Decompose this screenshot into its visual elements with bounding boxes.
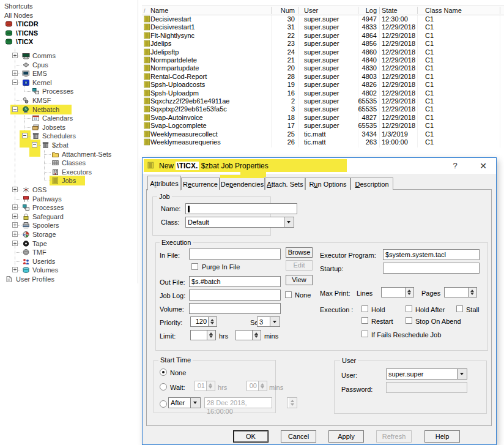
tab-attach-sets[interactable]: Attach. Sets (265, 178, 305, 190)
table-row[interactable]: Svap-Autoinvoice18super.super482712/29/2… (142, 114, 504, 122)
expand-toggle[interactable] (12, 267, 18, 272)
tree-item-zbat[interactable]: $zbat (52, 141, 69, 149)
table-row[interactable]: Sqxchzz2f29eb61e4911ae2super.super655351… (142, 97, 504, 105)
table-row[interactable]: Normpartupdate20super.super483012/29/201… (142, 64, 504, 72)
table-row[interactable]: Normpartdelete21super.super484012/29/201… (142, 56, 504, 64)
lines-spinner[interactable] (381, 287, 414, 297)
column-separator[interactable] (379, 7, 380, 14)
column-header-name[interactable]: Name (150, 7, 168, 14)
view-button[interactable]: View (286, 275, 313, 285)
stop-on-abend-checkbox[interactable] (406, 317, 412, 324)
if-fails-reschedule-checkbox[interactable] (361, 331, 368, 337)
limit-mins-spinner[interactable] (235, 330, 261, 340)
expand-toggle[interactable] (12, 107, 18, 112)
class-select[interactable]: Default (185, 217, 294, 228)
spinner-arrows-icon[interactable] (207, 331, 215, 340)
expand-toggle[interactable] (12, 214, 18, 219)
tree-item-shortcuts[interactable]: Shortcuts (4, 2, 32, 10)
tree-item-tape[interactable]: Tape (32, 239, 47, 248)
hold-after-checkbox[interactable] (406, 305, 412, 312)
name-input[interactable] (185, 203, 297, 214)
table-row[interactable]: Spsh-Uploadcosts19super.super482612/29/2… (142, 81, 504, 89)
panel-splitter[interactable] (138, 0, 138, 283)
table-row[interactable]: Rental-Cod-Report28super.super480312/29/… (142, 73, 504, 81)
table-row[interactable]: Jdelips23super.super485612/29/2018C1 (142, 40, 504, 48)
tab-recurrence[interactable]: Recurrence (181, 178, 220, 190)
tree-item-storage[interactable]: Storage (32, 230, 56, 239)
tab-run-options[interactable]: Run Options (305, 178, 350, 190)
expand-toggle[interactable] (12, 231, 18, 237)
tree-item-classes[interactable]: Classes (62, 159, 86, 167)
start-none-radio[interactable] (160, 368, 167, 376)
table-row[interactable]: Sqxptxp2f29eb61e53fa5c3super.super655351… (142, 105, 504, 113)
user-select[interactable]: super.super (386, 368, 467, 380)
column-separator[interactable] (358, 7, 358, 14)
tree-item-comms[interactable]: Comms (32, 51, 56, 60)
tree-item-safeguard[interactable]: Safeguard (32, 212, 64, 221)
executor-program-input[interactable]: $system.system.tacl (383, 249, 480, 260)
tree-item-netbatch[interactable]: Netbatch (32, 105, 59, 114)
stall-checkbox[interactable] (456, 305, 463, 312)
tree-item-kernel[interactable]: Kernel (32, 78, 52, 87)
column-separator[interactable] (500, 7, 500, 14)
tree-item-attachment-sets[interactable]: Attachment-Sets (62, 150, 111, 159)
column-header-state[interactable]: State (382, 7, 398, 14)
priority-spinner[interactable]: 120 (190, 316, 217, 327)
purge-in-file-checkbox[interactable] (191, 263, 198, 270)
tree-item-ticns[interactable]: \TICNS (16, 29, 38, 37)
table-row[interactable]: Weeklymeasurecollect25tic.matt34341/3/20… (142, 130, 504, 138)
apply-button[interactable]: Apply (328, 430, 364, 443)
expand-toggle[interactable] (22, 133, 28, 138)
chevron-down-icon[interactable] (284, 217, 294, 227)
table-row[interactable]: Jdelipsftp24super.super486012/29/2018C1 (142, 48, 504, 56)
table-row[interactable]: Weeklymeasurequeries26tic.matt26319:00:0… (142, 138, 504, 146)
selpri-select[interactable]: 3 (257, 316, 280, 327)
volume-input[interactable] (189, 303, 281, 314)
close-icon[interactable]: ✕ (475, 160, 492, 172)
tree-item-spoolers[interactable]: Spoolers (32, 221, 59, 230)
column-separator[interactable] (417, 7, 418, 14)
tree-item-pathways[interactable]: Pathways (32, 195, 62, 203)
ok-button[interactable]: OK (233, 430, 269, 443)
help-button[interactable]: Help (424, 430, 460, 443)
spinner-arrows-icon[interactable] (252, 331, 261, 340)
tab-dependencies[interactable]: Dependencies (220, 178, 265, 190)
expand-toggle[interactable] (12, 204, 18, 210)
tree-item-ticdr[interactable]: \TICDR (16, 20, 39, 28)
expand-toggle[interactable] (12, 241, 18, 246)
table-row[interactable]: Spsh-Uploadpm16super.super480212/29/2018… (142, 89, 504, 97)
chevron-down-icon[interactable] (270, 317, 280, 326)
after-select[interactable]: After (168, 397, 201, 408)
restart-checkbox[interactable] (361, 317, 368, 324)
tree-item-volumes[interactable]: Volumes (32, 266, 58, 274)
tree-item-processes[interactable]: Processes (32, 203, 64, 212)
pages-spinner[interactable] (444, 287, 477, 297)
tree-item-ems[interactable]: EMS (32, 69, 47, 78)
out-file-input[interactable]: $s.#batch (189, 276, 281, 287)
none-checkbox[interactable] (285, 291, 292, 298)
column-separator[interactable] (298, 7, 298, 14)
startup-input[interactable] (383, 263, 480, 274)
tree-item-jobs[interactable]: Jobs (62, 176, 76, 185)
tree-item-ticx[interactable]: \TICX (16, 37, 33, 46)
tab-attributes[interactable]: Attributes (147, 176, 181, 190)
tree-item-jobsets[interactable]: Jobsets (42, 123, 65, 132)
help-icon[interactable]: ? (447, 160, 463, 172)
tree-item-kmsf[interactable]: KMSF (32, 96, 51, 105)
tree-item-userids[interactable]: Userids (32, 257, 55, 266)
tree-item-executors[interactable]: Executors (62, 168, 92, 176)
expand-toggle[interactable] (32, 142, 37, 148)
tab-description[interactable]: Description (350, 178, 393, 190)
column-header-user[interactable]: User (304, 7, 318, 14)
tree-item-cpus[interactable]: Cpus (32, 61, 48, 69)
expand-toggle[interactable] (12, 187, 18, 192)
table-row[interactable]: Svap-Logcomplete17super.super6553512/29/… (142, 122, 504, 130)
expand-toggle[interactable] (12, 222, 18, 228)
expand-toggle[interactable] (12, 53, 18, 58)
spinner-arrows-icon[interactable] (208, 317, 217, 326)
tree-item-calendars[interactable]: Calendars (42, 114, 73, 122)
column-header-log[interactable]: Log (343, 7, 377, 14)
job-log-input[interactable] (189, 290, 281, 301)
cancel-button[interactable]: Cancel (281, 430, 316, 443)
hold-checkbox[interactable] (361, 305, 368, 312)
